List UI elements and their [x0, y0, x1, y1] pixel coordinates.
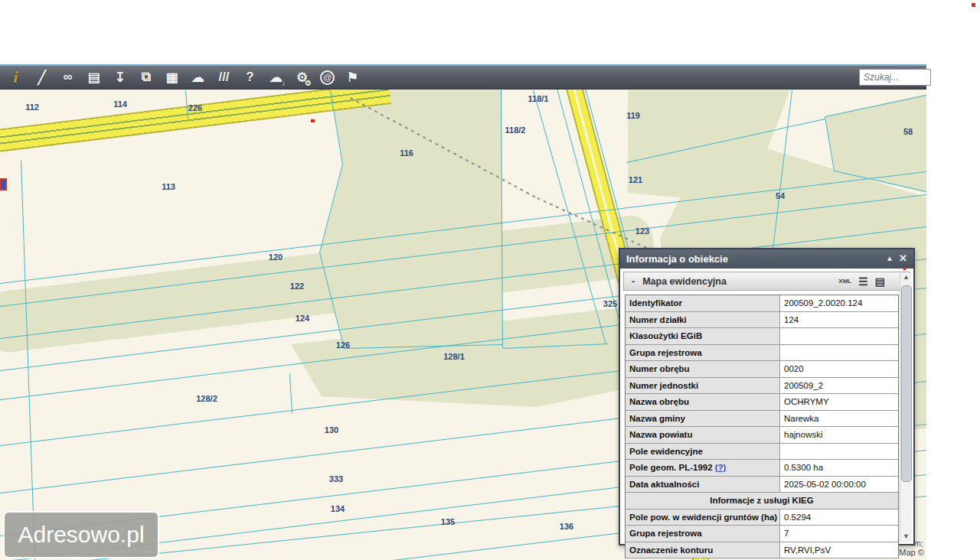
layout-icon[interactable]: ▦	[164, 69, 180, 86]
row-label: Pole pow. w ewidencji gruntów (ha)	[626, 510, 780, 526]
panel-scrollbar[interactable]: ▲ ▼	[900, 273, 912, 542]
section-collapse-minus[interactable]: -	[632, 276, 635, 287]
object-info-panel: Informacja o obiekcie ▲ ✕ - Mapa ewidenc…	[619, 248, 915, 545]
table-row: Grupa rejestrowa	[626, 345, 898, 362]
parcel-label: 118/2	[505, 125, 526, 135]
red-marker	[972, 3, 975, 7]
scroll-up-icon[interactable]: ▲	[900, 273, 912, 283]
row-value: RV,RVI,PsV	[780, 542, 898, 558]
table-row: Pole ewidencyjne	[626, 444, 898, 461]
adresowo-watermark: Adresowo.pl	[3, 511, 159, 558]
flag-icon[interactable]: ⚑	[345, 69, 361, 86]
table-row: Klasoużytki EGiB	[626, 328, 898, 345]
table-row: Numer działki124	[626, 312, 898, 329]
row-value	[780, 444, 898, 460]
row-label: Grupa rejestrowa	[626, 345, 780, 361]
parcel-label: 122	[290, 282, 304, 291]
download-icon[interactable]: ↧	[112, 69, 128, 86]
road-yellow-horizontal	[0, 90, 391, 153]
row-value	[780, 345, 898, 361]
search-area-icon[interactable]: @	[320, 70, 335, 85]
row-value: Narewka	[780, 411, 898, 427]
row-value: 0020	[780, 361, 898, 377]
print-icon[interactable]: ▤	[875, 275, 885, 288]
row-label: Pole geom. PL-1992(?)	[626, 460, 780, 476]
panel-red-dot	[903, 268, 906, 270]
table-row: Informacje z usługi KIEG	[626, 493, 898, 510]
parcel-label: 119	[626, 111, 640, 120]
scrollbar-thumb[interactable]	[901, 285, 912, 482]
row-label: Numer obrębu	[626, 361, 780, 377]
table-row: Numer obrębu0020	[626, 361, 898, 378]
parcel-label: 333	[329, 474, 343, 483]
table-row: Data aktualności2025-05-02 00:00:00	[626, 477, 898, 493]
cloud-download-icon[interactable]: ☁↓	[268, 69, 284, 86]
parcel-label: 123	[635, 226, 649, 236]
row-value: 200509_2	[780, 378, 898, 394]
section-header[interactable]: - Mapa ewidencyjna XML ☰ ▤	[623, 272, 910, 291]
row-label: Nazwa powiatu	[626, 427, 780, 443]
parcel-label: 114	[113, 99, 127, 109]
section-title: Mapa ewidencyjna	[642, 276, 727, 287]
collapse-icon[interactable]: ▲	[886, 254, 893, 262]
copy-view-icon[interactable]: ⧉	[138, 69, 154, 86]
parcel-label: 121	[629, 175, 642, 184]
road-number-sign-icon	[0, 178, 7, 190]
help-icon[interactable]: ?	[242, 69, 258, 86]
help-link[interactable]: (?)	[715, 463, 727, 472]
table-row: Grupa rejestrowa7	[626, 526, 898, 542]
parcel-label: 134	[331, 504, 345, 513]
row-value: 7	[780, 526, 898, 542]
attribute-table: Identyfikator200509_2.0020.124Numer dzia…	[625, 295, 899, 558]
table-row: Identyfikator200509_2.0020.124	[626, 295, 898, 312]
row-value: 0.5294	[780, 510, 898, 526]
parcel-label: 126	[336, 340, 350, 350]
table-row: Nazwa obrębuOCHRYMY	[626, 394, 898, 411]
xml-export-icon[interactable]: XML	[838, 278, 851, 285]
search-input[interactable]	[859, 69, 931, 86]
info-icon[interactable]: i	[8, 69, 24, 86]
parcel-label: 136	[560, 522, 573, 531]
row-label: Numer działki	[626, 312, 780, 328]
app-window: i╱∞▤↧⧉▦☁///?☁↓⚙⚙@⚑ m; Map data © OpenStr…	[0, 0, 980, 560]
row-label: Klasoużytki EGiB	[626, 328, 780, 344]
row-label: Pole ewidencyjne	[626, 444, 780, 460]
row-label: Numer jednostki	[626, 378, 780, 394]
parcel-label: 128/1	[443, 352, 465, 361]
measure-icon[interactable]: ╱	[34, 69, 50, 86]
parcel-label: 226	[188, 103, 202, 112]
parcel-line	[21, 161, 35, 560]
close-icon[interactable]: ✕	[899, 252, 907, 264]
map-attribution-fragment: m;	[914, 539, 923, 548]
table-row: Nazwa gminyNarewka	[626, 411, 898, 428]
table-row: Nazwa powiatuhajnowski	[626, 427, 898, 444]
panel-title-bar[interactable]: Informacja o obiekcie ▲ ✕	[620, 249, 913, 269]
parcel-label: 112	[25, 103, 39, 112]
settings-icon[interactable]: ⚙⚙	[294, 69, 310, 86]
list-view-icon[interactable]: ☰	[858, 275, 868, 288]
row-label: Nazwa gminy	[626, 411, 780, 427]
parcel-label: 118/1	[528, 94, 549, 103]
lines-icon[interactable]: ///	[216, 69, 232, 86]
parcel-label: 116	[400, 148, 413, 158]
parcel-label: 113	[162, 182, 175, 191]
row-value: OCHRYMY	[780, 394, 898, 410]
scroll-down-icon[interactable]: ▼	[900, 532, 912, 542]
parcel-label: 54	[776, 191, 785, 200]
row-label: Nazwa obrębu	[626, 394, 780, 410]
row-value: 0.5300 ha	[780, 460, 898, 476]
parcel-label: 135	[441, 517, 455, 526]
row-value: 200509_2.0020.124	[780, 295, 898, 311]
polygon-select-icon[interactable]: ☁	[190, 69, 206, 86]
table-row: Pole geom. PL-1992(?)0.5300 ha	[626, 460, 898, 477]
row-label: Data aktualności	[626, 477, 780, 493]
link-icon[interactable]: ∞	[60, 69, 76, 86]
table-row: Oznaczenie konturuRV,RVI,PsV	[626, 542, 898, 559]
table-row: Pole pow. w ewidencji gruntów (ha)0.5294	[626, 510, 898, 526]
parcel-label: 325	[603, 299, 617, 308]
row-value: 124	[780, 312, 898, 328]
map-toolbar: i╱∞▤↧⧉▦☁///?☁↓⚙⚙@⚑	[0, 66, 926, 90]
row-value: hajnowski	[780, 427, 898, 443]
print-icon[interactable]: ▤	[86, 69, 102, 86]
parcel-label: 58	[903, 127, 913, 136]
